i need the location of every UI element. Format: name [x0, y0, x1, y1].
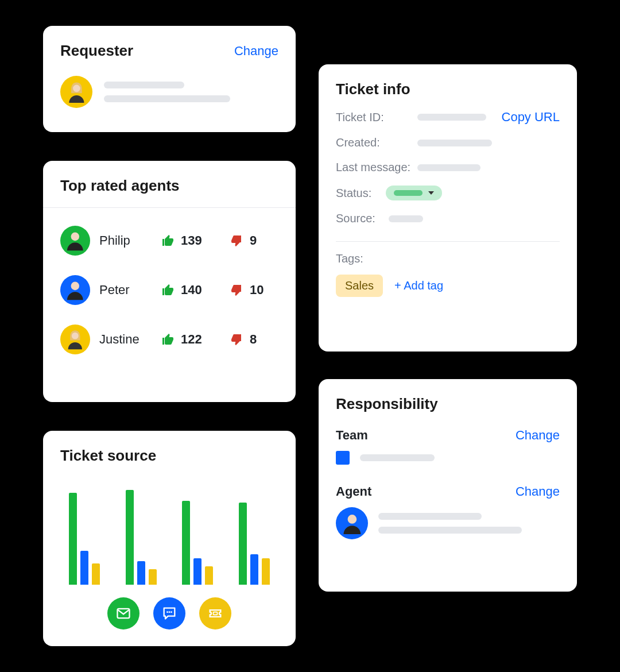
- agent-name: Justine: [99, 332, 161, 347]
- bar-chat: [193, 558, 202, 585]
- ticket-info-title: Ticket info: [336, 80, 560, 98]
- label-source: Source:: [336, 212, 382, 225]
- team-color-swatch: [336, 451, 350, 465]
- legend-email-icon: [107, 597, 140, 629]
- status-dropdown[interactable]: [386, 186, 442, 200]
- legend-ticket-icon: [199, 597, 231, 629]
- team-label: Team: [336, 428, 368, 443]
- agent-avatar: [60, 275, 90, 305]
- bar-group: [232, 503, 277, 585]
- requester-card: Requester Change: [43, 26, 296, 132]
- divider: [336, 241, 560, 242]
- responsibility-card: Responsibility Team Change Agent Change: [319, 379, 577, 592]
- placeholder-line: [417, 140, 492, 146]
- agent-row: Peter14010: [60, 265, 278, 315]
- agent-row: Philip1399: [60, 216, 278, 265]
- thumbs-down-count: 9: [230, 233, 276, 248]
- thumbs-up-count: 122: [161, 332, 230, 347]
- placeholder-line: [378, 513, 482, 520]
- bar-chat: [80, 551, 88, 585]
- agent-change-link[interactable]: Change: [516, 484, 560, 499]
- agent-name: Peter: [99, 283, 161, 298]
- thumbs-down-icon: [230, 333, 244, 346]
- label-tags: Tags:: [336, 252, 560, 265]
- requester-avatar: [60, 76, 92, 108]
- agent-avatar: [60, 226, 90, 256]
- ticket-source-card: Ticket source: [43, 431, 296, 646]
- copy-url-link[interactable]: Copy URL: [502, 110, 560, 125]
- bar-email: [239, 503, 247, 585]
- thumbs-down-count: 8: [230, 332, 276, 347]
- status-value-placeholder: [394, 190, 423, 196]
- bar-group: [176, 501, 220, 585]
- placeholder-line: [378, 527, 522, 534]
- requester-title: Requester: [60, 42, 133, 60]
- ticket-info-card: Ticket info Ticket ID: Copy URL Created:…: [319, 64, 577, 352]
- requester-change-link[interactable]: Change: [234, 44, 278, 59]
- thumbs-up-count: 139: [161, 233, 230, 248]
- placeholder-line: [417, 114, 486, 121]
- label-last-message: Last message:: [336, 161, 410, 174]
- bar-ticket: [92, 563, 100, 585]
- agent-name: Philip: [99, 233, 161, 248]
- ticket-source-legend: [60, 597, 278, 629]
- bar-group: [119, 490, 164, 585]
- placeholder-line: [417, 164, 480, 171]
- placeholder-line: [104, 95, 230, 102]
- thumbs-up-icon: [161, 333, 175, 346]
- bar-group: [63, 493, 107, 585]
- add-tag-link[interactable]: + Add tag: [394, 279, 443, 292]
- thumbs-up-icon: [161, 283, 175, 297]
- bar-chat: [137, 561, 145, 585]
- label-ticket-id: Ticket ID:: [336, 111, 410, 124]
- bar-email: [126, 490, 134, 585]
- bar-email: [182, 501, 190, 585]
- agent-label: Agent: [336, 484, 371, 499]
- bar-ticket: [262, 558, 270, 585]
- placeholder-line: [104, 82, 184, 88]
- agent-avatar: [336, 507, 368, 539]
- thumbs-up-icon: [161, 234, 175, 248]
- chevron-down-icon: [428, 191, 434, 195]
- tag-chip[interactable]: Sales: [336, 275, 383, 297]
- ticket-source-title: Ticket source: [60, 447, 278, 465]
- label-status: Status:: [336, 187, 379, 200]
- agents-title: Top rated agents: [60, 177, 278, 195]
- agent-avatar: [60, 325, 90, 354]
- placeholder-line: [360, 454, 435, 461]
- bar-email: [69, 493, 77, 585]
- placeholder-line: [389, 215, 423, 222]
- thumbs-down-count: 10: [230, 283, 276, 298]
- team-change-link[interactable]: Change: [516, 428, 560, 443]
- thumbs-down-icon: [230, 283, 244, 297]
- thumbs-up-count: 140: [161, 283, 230, 298]
- divider: [43, 207, 296, 208]
- bar-chat: [250, 554, 258, 585]
- label-created: Created:: [336, 136, 410, 149]
- legend-chat-icon: [153, 597, 185, 629]
- bar-ticket: [205, 566, 213, 585]
- agent-row: Justine1228: [60, 315, 278, 364]
- top-rated-agents-card: Top rated agents Philip1399Peter14010Jus…: [43, 161, 296, 402]
- thumbs-down-icon: [230, 234, 244, 248]
- ticket-source-chart: [60, 478, 278, 585]
- responsibility-title: Responsibility: [336, 395, 560, 413]
- bar-ticket: [149, 569, 157, 585]
